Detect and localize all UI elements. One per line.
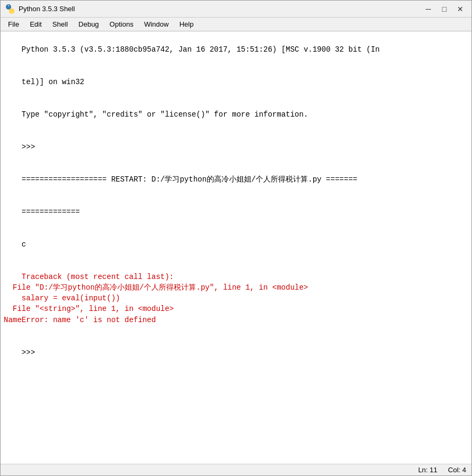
- python-version-line2: tel)] on win32: [22, 78, 85, 86]
- python-info-line: Type "copyright", "credits" or "license(…: [22, 110, 308, 119]
- svg-point-0: [6, 4, 11, 10]
- maximize-button[interactable]: □: [437, 4, 451, 14]
- python-prompt1: >>>: [22, 143, 40, 151]
- menu-file[interactable]: File: [3, 19, 25, 29]
- menu-help[interactable]: Help: [174, 19, 199, 29]
- close-button[interactable]: ✕: [453, 4, 467, 14]
- traceback-block: Traceback (most recent call last): File …: [4, 273, 308, 324]
- menu-bar: File Edit Shell Debug Options Window Hel…: [1, 18, 471, 31]
- title-bar: Python 3.5.3 Shell ─ □ ✕: [1, 1, 471, 18]
- window-title: Python 3.5.3 Shell: [19, 5, 75, 13]
- window-controls: ─ □ ✕: [421, 4, 467, 14]
- menu-window[interactable]: Window: [139, 19, 174, 29]
- status-bar: Ln: 11 Col: 4: [1, 464, 471, 475]
- output-c: c: [22, 240, 26, 249]
- svg-point-2: [8, 5, 9, 6]
- svg-point-3: [11, 12, 12, 13]
- menu-shell[interactable]: Shell: [47, 19, 73, 29]
- app-icon: [5, 4, 15, 14]
- status-col: Col: 4: [448, 466, 466, 474]
- svg-point-1: [9, 9, 14, 14]
- title-bar-left: Python 3.5.3 Shell: [5, 4, 75, 14]
- status-ln: Ln: 11: [418, 466, 437, 474]
- shell-output: Python 3.5.3 (v3.5.3:1880cb95a742, Jan 1…: [4, 34, 469, 368]
- menu-edit[interactable]: Edit: [25, 19, 47, 29]
- python-version-line1: Python 3.5.3 (v3.5.3:1880cb95a742, Jan 1…: [22, 45, 380, 54]
- shell-content[interactable]: Python 3.5.3 (v3.5.3:1880cb95a742, Jan 1…: [1, 31, 471, 464]
- menu-options[interactable]: Options: [104, 19, 139, 29]
- restart-line1: =================== RESTART: D:/学习python…: [22, 175, 357, 184]
- restart-line2: =============: [22, 208, 80, 216]
- menu-debug[interactable]: Debug: [73, 19, 104, 29]
- minimize-button[interactable]: ─: [421, 4, 435, 14]
- python-prompt-final: >>>: [22, 348, 40, 357]
